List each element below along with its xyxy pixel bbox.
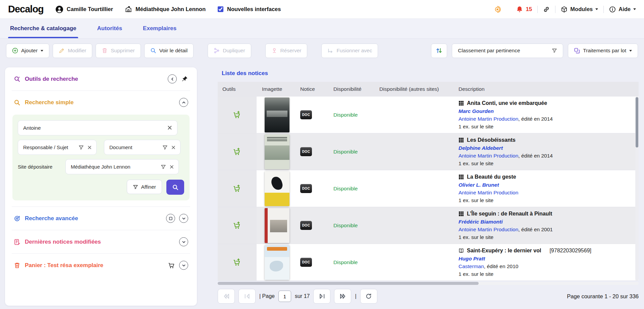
- table-row[interactable]: DOC Disponible Les Désobéissants Delphin…: [218, 133, 639, 170]
- notice-publisher-link[interactable]: Antoine Martin Production: [459, 190, 518, 195]
- duplicate-button[interactable]: Dupliquer: [208, 44, 251, 58]
- doc-type-badge[interactable]: DOC: [300, 110, 312, 119]
- notifications-button[interactable]: 15: [516, 6, 532, 13]
- remove-chip-icon[interactable]: [169, 164, 174, 170]
- notice-copies: 1 ex. sur le site: [459, 196, 639, 204]
- notice-author-link[interactable]: Hugo Pratt: [459, 255, 639, 262]
- doc-type-badge[interactable]: DOC: [300, 147, 312, 156]
- page-fast-backward-button[interactable]: [218, 289, 235, 304]
- app-logo[interactable]: Decalog: [8, 4, 44, 15]
- funnel-icon[interactable]: [161, 164, 166, 170]
- collapse-panel-button[interactable]: [168, 74, 177, 83]
- table-row[interactable]: DOC Disponible La Beauté du geste Olivie…: [218, 170, 639, 207]
- link-icon[interactable]: [543, 6, 550, 13]
- chevron-left-icon: [170, 76, 175, 82]
- reserve-button[interactable]: Réserver: [265, 44, 308, 58]
- doc-type-badge[interactable]: DOC: [300, 184, 312, 193]
- notice-publisher-link[interactable]: Antoine Martin Production: [459, 153, 518, 159]
- refresh-button[interactable]: [360, 289, 377, 304]
- search-term-input[interactable]: [18, 120, 177, 135]
- notice-publisher-link[interactable]: Casterman: [459, 263, 484, 269]
- book-cover-thumbnail[interactable]: [265, 245, 289, 280]
- notice-title[interactable]: Anita Conti, une vie embarquée: [467, 99, 547, 107]
- tab-autorites[interactable]: Autorités: [97, 18, 122, 38]
- open-window-button[interactable]: [166, 214, 175, 223]
- vertical-scrollbar[interactable]: [635, 97, 639, 281]
- notice-title[interactable]: L’Île seguin : de Renault à Pinault: [467, 210, 552, 218]
- notice-author-link[interactable]: Delphine Aldebert: [459, 144, 639, 152]
- remove-chip-icon[interactable]: [171, 145, 176, 150]
- book-cover-thumbnail[interactable]: [265, 171, 289, 206]
- batch-processing-button[interactable]: Traitements par lot: [568, 44, 638, 58]
- add-button[interactable]: Ajouter: [6, 44, 49, 58]
- notice-title[interactable]: Les Désobéissants: [467, 136, 516, 144]
- new-interfaces-toggle[interactable]: Nouvelles interfaces: [218, 6, 281, 12]
- doc-type-badge[interactable]: DOC: [300, 221, 312, 230]
- notice-author-link[interactable]: Olivier L. Brunet: [459, 181, 639, 189]
- horizontal-scrollbar-thumb[interactable]: [218, 282, 479, 285]
- criteria-chip-document[interactable]: Document: [104, 140, 180, 155]
- main-tabs: Recherche & catalogage Autorités Exempla…: [0, 18, 644, 39]
- help-menu[interactable]: Aide: [609, 6, 636, 13]
- page-range-summary: Page courante 1 - 20 sur 336: [567, 293, 639, 300]
- add-to-basket-icon[interactable]: [233, 147, 241, 156]
- delete-button[interactable]: Supprimer: [96, 44, 141, 58]
- table-row[interactable]: DOC Disponible Anita Conti, une vie emba…: [218, 97, 639, 133]
- page-fast-forward-button[interactable]: [334, 289, 351, 304]
- search-submit-button[interactable]: [166, 180, 184, 195]
- doc-type-badge[interactable]: DOC: [300, 258, 312, 267]
- availability-status: Disponible: [333, 149, 358, 154]
- notice-author-link[interactable]: Marc Gourden: [459, 107, 639, 115]
- availability-status: Disponible: [333, 112, 358, 118]
- add-to-basket-icon[interactable]: [233, 184, 241, 193]
- pencil-icon: [59, 48, 65, 54]
- vertical-scrollbar-thumb[interactable]: [636, 97, 638, 147]
- edit-button[interactable]: Modifier: [53, 44, 92, 58]
- funnel-icon[interactable]: [78, 145, 84, 150]
- book-cover-thumbnail[interactable]: [265, 98, 289, 132]
- expand-advanced-search-button[interactable]: [179, 214, 188, 223]
- view-detail-button[interactable]: Voir le détail: [144, 44, 194, 58]
- search-tools-title: Outils de recherche: [25, 76, 78, 82]
- book-cover-thumbnail[interactable]: [265, 134, 289, 169]
- notice-publisher-link[interactable]: Antoine Martin Production: [459, 227, 518, 232]
- refine-button[interactable]: Affiner: [127, 180, 162, 194]
- tab-exemplaires[interactable]: Exemplaires: [143, 18, 176, 38]
- table-row[interactable]: DOC Disponible Saint-Exupéry : le dernie…: [218, 244, 639, 281]
- notice-title[interactable]: La Beauté du geste: [467, 173, 516, 181]
- availability-status: Disponible: [333, 259, 358, 265]
- add-to-basket-icon[interactable]: [233, 111, 241, 119]
- page-number-input[interactable]: [278, 291, 291, 302]
- notice-author-link[interactable]: Frédéric Biamonti: [459, 218, 639, 226]
- remove-chip-icon[interactable]: [87, 145, 92, 150]
- collapse-simple-search-button[interactable]: [179, 98, 188, 107]
- add-to-basket-icon[interactable]: [233, 258, 241, 267]
- column-header-disponibilite: Disponibilité: [328, 86, 375, 92]
- funnel-icon[interactable]: [162, 145, 168, 150]
- user-menu[interactable]: Camille Tourtillier: [56, 6, 113, 13]
- book-cover-thumbnail[interactable]: [265, 208, 289, 243]
- expand-basket-button[interactable]: [179, 261, 188, 270]
- new-interfaces-checkbox[interactable]: [218, 6, 223, 12]
- grid-icon: [459, 211, 464, 217]
- horizontal-scrollbar[interactable]: [218, 282, 639, 285]
- add-to-basket-icon[interactable]: [233, 221, 241, 230]
- merge-button[interactable]: Fusionner avec: [321, 44, 378, 58]
- page-forward-button[interactable]: [313, 289, 330, 304]
- modules-menu[interactable]: Modules: [561, 6, 598, 13]
- site-menu[interactable]: Médiathèque John Lennon: [125, 6, 206, 13]
- notice-publisher-link[interactable]: Antoine Martin Production: [459, 116, 518, 122]
- sort-direction-button[interactable]: [431, 44, 447, 58]
- cart-icon[interactable]: [168, 262, 175, 269]
- page-backward-button[interactable]: [238, 289, 256, 304]
- clear-search-icon[interactable]: [167, 125, 173, 131]
- expand-modified-notices-button[interactable]: [179, 237, 188, 246]
- pin-icon[interactable]: [181, 75, 188, 83]
- sort-order-select[interactable]: Classement par pertinence: [452, 44, 563, 58]
- site-depositaire-select[interactable]: Médiathèque John Lennon: [65, 159, 179, 174]
- table-row[interactable]: DOC Disponible L’Île seguin : de Renault…: [218, 207, 639, 244]
- tab-recherche-catalogage[interactable]: Recherche & catalogage: [10, 18, 76, 38]
- criteria-chip-responsable-sujet[interactable]: Responsable / Sujet: [18, 140, 97, 155]
- assistance-icon[interactable]: [494, 6, 501, 13]
- notice-title[interactable]: Saint-Exupéry : le dernier vol: [467, 247, 541, 255]
